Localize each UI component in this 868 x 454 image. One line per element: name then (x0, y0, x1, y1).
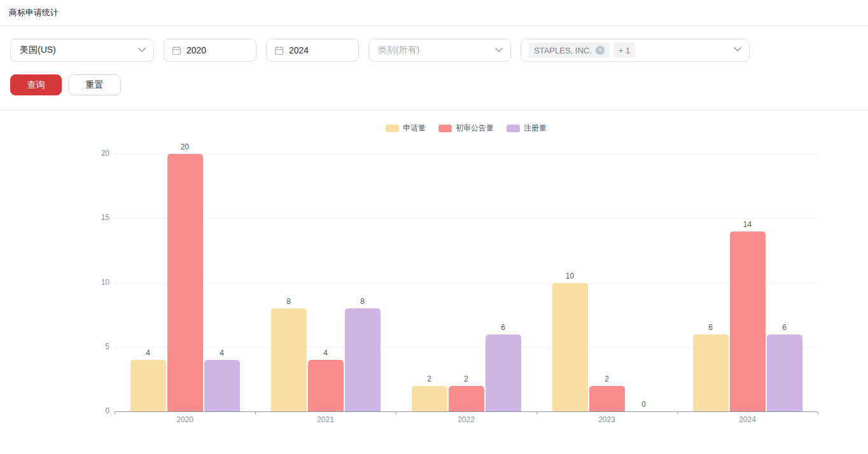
y-axis-label: 5 (84, 342, 109, 351)
legend-item-注册量[interactable]: 注册量 (507, 123, 547, 134)
start-year-value: 2020 (186, 45, 206, 55)
bar-申请量-2024 (693, 334, 729, 412)
end-year-input[interactable]: 2024 (266, 39, 359, 62)
bar-value-label: 6 (772, 323, 797, 332)
bar-value-label: 2 (417, 375, 442, 383)
bar-value-label: 6 (491, 323, 516, 332)
chart-section: 申请量初审公告量注册量 0510152020204204202184820222… (0, 110, 868, 454)
bar-value-label: 6 (698, 323, 724, 332)
bar-注册量-2021 (345, 308, 381, 411)
start-year-input[interactable]: 2020 (164, 39, 256, 62)
bar-申请量-2021 (271, 308, 307, 411)
company-more-tag[interactable]: + 1 (613, 43, 635, 58)
bar-value-label: 4 (313, 348, 339, 357)
bar-value-label: 4 (209, 348, 235, 357)
legend-item-申请量[interactable]: 申请量 (386, 123, 426, 134)
bar-value-label: 0 (631, 400, 657, 409)
end-year-value: 2024 (289, 45, 309, 55)
page-title: 商标申请统计 (9, 7, 59, 18)
bar-初审公告量-2020 (167, 154, 203, 411)
chevron-down-icon (138, 48, 146, 53)
x-axis-label: 2024 (722, 415, 773, 424)
x-axis-label: 2020 (160, 415, 211, 424)
bar-初审公告量-2023 (589, 386, 625, 412)
y-axis-label: 15 (84, 213, 109, 222)
bar-申请量-2022 (412, 386, 447, 412)
calendar-icon (274, 46, 284, 55)
calendar-icon (172, 46, 181, 55)
legend-label: 初审公告量 (456, 123, 494, 134)
bar-注册量-2020 (204, 360, 240, 411)
x-axis-tick (536, 412, 537, 415)
category-select[interactable]: 类别(所有) (368, 39, 511, 62)
x-axis-line (115, 411, 818, 412)
bar-初审公告量-2022 (449, 386, 484, 412)
chevron-down-icon (495, 48, 503, 53)
y-axis-label: 10 (84, 278, 109, 287)
legend-swatch-icon (386, 125, 399, 132)
bar-value-label: 8 (276, 297, 302, 306)
company-tag: STAPLES, INC. × (529, 43, 610, 58)
bar-初审公告量-2024 (730, 231, 766, 412)
bar-value-label: 2 (594, 375, 620, 383)
x-axis-label: 2021 (300, 415, 351, 424)
bar-注册量-2022 (486, 334, 521, 412)
bar-value-label: 14 (735, 220, 760, 229)
legend-swatch-icon (438, 125, 452, 132)
company-select[interactable]: STAPLES, INC. × + 1 (521, 39, 750, 62)
company-tag-label: STAPLES, INC. (534, 46, 592, 55)
bar-value-label: 4 (136, 348, 161, 357)
legend-label: 注册量 (524, 123, 547, 134)
query-button[interactable]: 查询 (10, 74, 62, 95)
bar-初审公告量-2021 (308, 360, 344, 411)
y-axis-label: 0 (84, 406, 109, 415)
filter-bar: 美国(US) 2020 2024 类别(所有) STAPLES, INC. × … (0, 26, 868, 62)
legend-item-初审公告量[interactable]: 初审公告量 (438, 123, 494, 134)
legend-label: 申请量 (403, 123, 426, 134)
y-axis-label: 20 (84, 149, 109, 158)
category-select-placeholder: 类别(所有) (378, 45, 419, 56)
bar-chart: 申请量初审公告量注册量 0510152020204204202184820222… (0, 111, 868, 454)
bar-申请量-2020 (130, 360, 166, 411)
x-axis-label: 2023 (582, 415, 633, 424)
country-select[interactable]: 美国(US) (10, 39, 154, 62)
x-axis-tick (677, 412, 678, 415)
bar-value-label: 2 (454, 375, 479, 383)
bar-申请量-2023 (552, 283, 588, 412)
x-axis-tick (818, 412, 818, 415)
reset-button[interactable]: 重置 (68, 74, 121, 95)
chevron-down-icon (734, 47, 741, 52)
grid-line (115, 283, 818, 284)
action-bar: 查询 重置 (0, 62, 868, 110)
country-select-value: 美国(US) (20, 45, 56, 56)
bar-value-label: 8 (350, 297, 375, 306)
page-header: 商标申请统计 (0, 0, 868, 26)
bar-value-label: 20 (172, 142, 198, 151)
grid-line (115, 218, 818, 219)
bar-注册量-2024 (767, 334, 802, 412)
bar-value-label: 10 (557, 272, 583, 280)
x-axis-tick (255, 412, 256, 415)
x-axis-label: 2022 (441, 415, 492, 424)
legend-swatch-icon (507, 125, 520, 132)
close-icon[interactable]: × (596, 46, 605, 55)
grid-line (115, 154, 818, 155)
x-axis-tick (115, 412, 115, 415)
chart-legend: 申请量初审公告量注册量 (115, 123, 818, 134)
x-axis-tick (396, 412, 396, 415)
